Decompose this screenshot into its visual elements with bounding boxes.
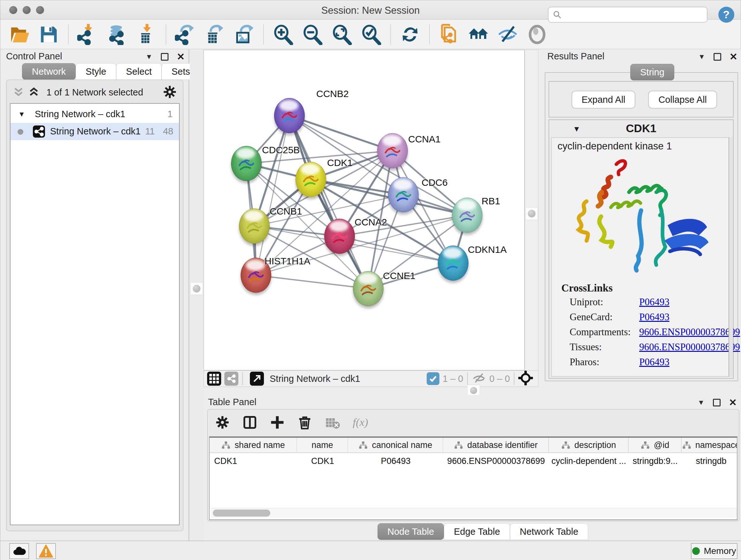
horizontal-splitter[interactable]	[204, 387, 741, 395]
table-settings-button[interactable]	[214, 414, 231, 432]
node-CCNE1[interactable]	[353, 271, 384, 306]
cloud-button[interactable]	[9, 543, 29, 559]
node-RB1[interactable]	[452, 198, 482, 233]
network-options-gear-icon[interactable]	[162, 84, 177, 101]
table-cell[interactable]: CDK1	[297, 453, 348, 469]
import-network-button[interactable]	[73, 22, 103, 47]
expand-all-button[interactable]: Expand All	[571, 91, 635, 109]
table-horizontal-scrollbar[interactable]	[211, 508, 738, 517]
left-splitter[interactable]	[190, 49, 204, 541]
table-row[interactable]: CDK1CDK1P064939606.ENSP00000378699cyclin…	[210, 453, 737, 469]
home-button[interactable]	[464, 22, 493, 47]
table-cell[interactable]: P06493	[348, 453, 443, 469]
horizontal-splitter-handle[interactable]	[467, 385, 480, 396]
tab-node-table[interactable]: Node Table	[378, 523, 444, 540]
node-CDKN1A[interactable]	[438, 246, 468, 281]
export-image-button[interactable]	[229, 22, 259, 47]
column-header[interactable]: namespace	[682, 438, 738, 452]
crosslink-link[interactable]: P06493	[639, 356, 670, 368]
panel-menu-icon[interactable]: ▼	[698, 53, 705, 61]
export-table-button[interactable]	[200, 22, 229, 47]
tab-network[interactable]: Network	[22, 63, 76, 80]
tab-edge-table[interactable]: Edge Table	[444, 523, 510, 540]
node-CCNA2[interactable]	[324, 219, 355, 254]
warnings-button[interactable]	[36, 543, 56, 559]
column-header[interactable]: database identifier	[443, 438, 549, 452]
column-header[interactable]: shared name	[210, 438, 297, 452]
column-header[interactable]: description	[549, 438, 629, 452]
column-header[interactable]: @id	[629, 438, 682, 452]
delete-column-button[interactable]	[296, 414, 313, 432]
node-CDC25B[interactable]	[231, 146, 262, 181]
edge-CCNB2-HIST1H1A[interactable]	[256, 116, 289, 275]
grid-view-icon[interactable]	[207, 372, 221, 386]
network-right-scrollbar[interactable]	[525, 50, 538, 371]
network-row[interactable]: String Network – cdk1 11 48	[10, 123, 179, 140]
add-column-button[interactable]	[269, 414, 286, 432]
tab-network-table[interactable]: Network Table	[510, 523, 588, 540]
network-view-icon[interactable]	[224, 372, 239, 386]
network-canvas[interactable]: CCNB2 CCNA1 CDC25B CDK1 CDC6 RB1 CCNB1 C…	[204, 50, 525, 370]
save-session-button[interactable]	[34, 22, 64, 47]
zoom-out-button[interactable]	[298, 22, 327, 47]
split-columns-button[interactable]	[242, 414, 258, 432]
close-panel-icon[interactable]: ✕	[729, 397, 737, 408]
gene-section-header[interactable]: ▼ CDK1	[549, 120, 733, 137]
network-scrollbar-handle[interactable]	[525, 207, 538, 220]
column-header[interactable]: canonical name	[348, 438, 443, 452]
clear-table-button[interactable]	[324, 414, 340, 432]
float-panel-icon[interactable]	[714, 53, 721, 61]
search-input[interactable]	[562, 8, 707, 21]
crosslink-link[interactable]: P06493	[639, 296, 670, 308]
refresh-button[interactable]	[395, 22, 425, 47]
tab-string[interactable]: String	[630, 64, 674, 80]
zoom-selected-button[interactable]	[356, 22, 386, 47]
tab-select[interactable]: Select	[116, 63, 162, 80]
refresh-icon	[400, 24, 421, 45]
table-scrollbar-thumb[interactable]	[213, 509, 270, 516]
crosslink-link[interactable]: 9606.ENSP00000378699	[639, 341, 740, 353]
import-database-button[interactable]	[103, 22, 132, 47]
open-session-button[interactable]	[5, 22, 34, 47]
import-table-button[interactable]	[132, 22, 161, 47]
function-builder-button[interactable]: f(x)	[351, 414, 368, 432]
left-splitter-handle[interactable]	[190, 282, 203, 295]
zoom-fit-button[interactable]	[327, 22, 356, 47]
help-button[interactable]: ?	[718, 6, 735, 23]
fit-selected-crosshair-icon[interactable]	[518, 371, 533, 387]
node-CDK1[interactable]	[295, 162, 326, 197]
table-cell[interactable]: stringdb:9...	[629, 453, 682, 469]
collection-expand-icon[interactable]: ▼	[18, 110, 25, 118]
clipboard-share-button[interactable]	[434, 22, 464, 47]
zoom-in-button[interactable]	[268, 22, 298, 47]
table-cell[interactable]: cyclin-dependent ...	[549, 453, 629, 469]
collapse-all-button[interactable]: Collapse All	[648, 91, 717, 109]
edge-CCNB2-CCNA1[interactable]	[289, 116, 393, 151]
memory-button[interactable]: Memory	[691, 543, 738, 559]
node-CDC6[interactable]	[388, 177, 419, 212]
open-in-window-icon[interactable]	[250, 372, 264, 386]
selected-checkbox-icon[interactable]	[427, 372, 440, 385]
export-network-button[interactable]	[171, 22, 200, 47]
table-cell[interactable]: 9606.ENSP00000378699	[443, 453, 549, 469]
network-collection-row[interactable]: ▼ String Network – cdk1 1	[10, 106, 179, 123]
table-cell[interactable]: stringdb	[682, 453, 738, 469]
edge-HIST1H1A-CCNE1[interactable]	[256, 275, 368, 289]
float-panel-icon[interactable]	[161, 53, 169, 61]
close-panel-icon[interactable]: ✕	[177, 51, 185, 62]
table-cell[interactable]: CDK1	[210, 453, 297, 469]
eye-disabled-button[interactable]	[522, 22, 552, 47]
close-panel-icon[interactable]: ✕	[730, 51, 738, 62]
crosslink-link[interactable]: 9606.ENSP00000378699	[639, 326, 740, 338]
crosslink-link[interactable]: P06493	[639, 311, 670, 323]
results-scrollbar[interactable]	[729, 137, 733, 377]
node-CCNA1[interactable]	[377, 133, 408, 168]
tab-style[interactable]: Style	[76, 63, 116, 80]
panel-menu-icon[interactable]: ▼	[145, 53, 152, 61]
panel-menu-icon[interactable]: ▼	[697, 398, 704, 407]
node-CCNB1[interactable]	[239, 208, 270, 244]
float-panel-icon[interactable]	[713, 399, 721, 407]
show-hide-button[interactable]	[493, 22, 522, 47]
column-header[interactable]: name	[297, 438, 348, 452]
node-CCNB2[interactable]	[274, 98, 305, 133]
